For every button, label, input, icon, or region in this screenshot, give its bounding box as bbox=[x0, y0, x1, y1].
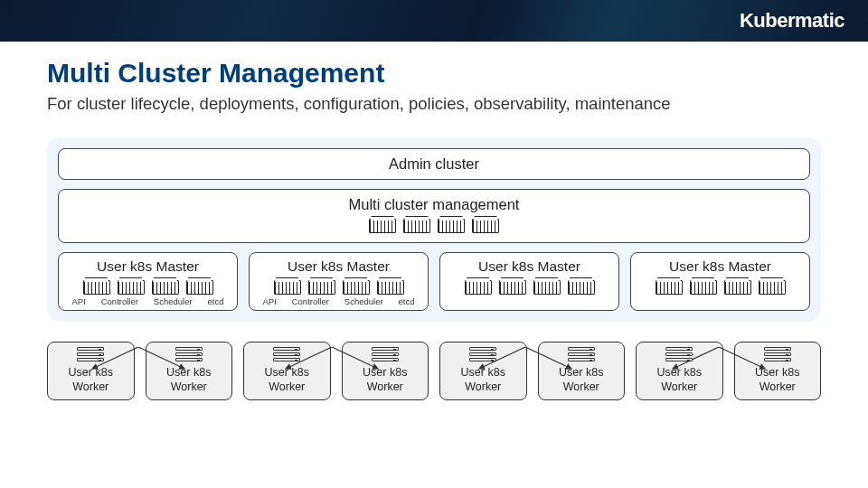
worker-label: User k8s bbox=[440, 366, 526, 380]
server-icon bbox=[665, 347, 693, 363]
container-icon bbox=[690, 280, 717, 295]
component-label: Controller bbox=[101, 296, 138, 306]
worker-label: Worker bbox=[440, 380, 526, 395]
container-icon bbox=[343, 280, 370, 295]
worker-box: User k8sWorker bbox=[439, 342, 527, 400]
slide-subtitle: For cluster lifecycle, deployments, conf… bbox=[47, 94, 821, 114]
worker-label: Worker bbox=[637, 380, 722, 395]
container-icon bbox=[403, 219, 430, 233]
worker-label: Worker bbox=[146, 380, 232, 395]
container-icon bbox=[274, 280, 301, 295]
worker-row: User k8sWorkerUser k8sWorkerUser k8sWork… bbox=[47, 342, 821, 400]
container-icon bbox=[499, 280, 526, 295]
container-icon bbox=[308, 280, 335, 295]
brand-logo: Kubermatic bbox=[740, 9, 844, 33]
component-label: Scheduler bbox=[344, 296, 383, 306]
master-containers bbox=[446, 280, 613, 295]
master-box: User k8s Master bbox=[630, 252, 810, 311]
server-icon bbox=[372, 347, 399, 363]
container-icon bbox=[377, 280, 404, 295]
worker-pair: User k8sWorkerUser k8sWorker bbox=[636, 342, 821, 400]
admin-panel: Admin cluster Multi cluster management U… bbox=[47, 137, 821, 322]
worker-box: User k8sWorker bbox=[342, 342, 429, 400]
master-title: User k8s Master bbox=[446, 258, 613, 275]
container-icon bbox=[186, 280, 213, 295]
master-title: User k8s Master bbox=[64, 258, 231, 275]
worker-label: User k8s bbox=[146, 366, 232, 380]
component-label: API bbox=[71, 296, 85, 306]
component-labels: APIControllerScheduleretcd bbox=[64, 296, 231, 306]
container-icon bbox=[465, 280, 492, 295]
worker-label: Worker bbox=[244, 380, 330, 395]
slide-title: Multi Cluster Management bbox=[47, 58, 821, 89]
container-icon bbox=[152, 280, 179, 295]
container-icon bbox=[438, 219, 465, 233]
worker-box: User k8sWorker bbox=[538, 342, 626, 400]
master-box: User k8s MasterAPIControllerScheduleretc… bbox=[58, 252, 238, 311]
header-bar: Kubermatic bbox=[0, 0, 868, 42]
multi-cluster-mgmt-label: Multi cluster management bbox=[68, 196, 800, 213]
master-title: User k8s Master bbox=[637, 258, 804, 275]
server-icon bbox=[568, 347, 595, 363]
master-containers bbox=[255, 280, 422, 295]
master-containers bbox=[64, 280, 231, 295]
diagram: Admin cluster Multi cluster management U… bbox=[47, 137, 821, 400]
slide-content: Multi Cluster Management For cluster lif… bbox=[0, 42, 868, 400]
worker-pair: User k8sWorkerUser k8sWorker bbox=[439, 342, 625, 400]
server-icon bbox=[469, 347, 496, 363]
worker-label: Worker bbox=[539, 380, 625, 395]
component-labels: APIControllerScheduleretcd bbox=[255, 296, 422, 306]
worker-box: User k8sWorker bbox=[47, 342, 135, 400]
container-icon bbox=[472, 219, 499, 233]
worker-label: User k8s bbox=[637, 366, 722, 380]
worker-label: Worker bbox=[48, 380, 134, 395]
worker-box: User k8sWorker bbox=[146, 342, 233, 400]
worker-label: User k8s bbox=[48, 366, 134, 380]
admin-cluster-box: Admin cluster bbox=[58, 148, 810, 180]
component-label: API bbox=[262, 296, 276, 306]
component-label: Scheduler bbox=[154, 296, 193, 306]
master-title: User k8s Master bbox=[255, 258, 422, 275]
worker-box: User k8sWorker bbox=[243, 342, 331, 400]
master-box: User k8s MasterAPIControllerScheduleretc… bbox=[249, 252, 429, 311]
worker-box: User k8sWorker bbox=[734, 342, 822, 400]
worker-label: User k8s bbox=[343, 366, 429, 380]
container-icon bbox=[369, 219, 396, 233]
container-icon bbox=[656, 280, 683, 295]
server-icon bbox=[77, 347, 104, 363]
mgmt-containers bbox=[68, 219, 800, 233]
worker-label: User k8s bbox=[735, 366, 821, 380]
multi-cluster-mgmt-box: Multi cluster management bbox=[58, 189, 810, 243]
master-containers bbox=[637, 280, 804, 295]
master-box: User k8s Master bbox=[439, 252, 619, 311]
worker-label: Worker bbox=[343, 380, 429, 395]
worker-label: User k8s bbox=[244, 366, 330, 380]
container-icon bbox=[759, 280, 786, 295]
container-icon bbox=[568, 280, 595, 295]
container-icon bbox=[118, 280, 145, 295]
master-row: User k8s MasterAPIControllerScheduleretc… bbox=[58, 252, 810, 311]
worker-pair: User k8sWorkerUser k8sWorker bbox=[47, 342, 232, 400]
worker-label: Worker bbox=[735, 380, 821, 395]
container-icon bbox=[724, 280, 751, 295]
worker-box: User k8sWorker bbox=[636, 342, 723, 400]
server-icon bbox=[175, 347, 203, 363]
component-label: etcd bbox=[208, 296, 224, 306]
worker-label: User k8s bbox=[539, 366, 625, 380]
container-icon bbox=[83, 280, 110, 295]
worker-pair: User k8sWorkerUser k8sWorker bbox=[243, 342, 429, 400]
server-icon bbox=[764, 347, 791, 363]
component-label: Controller bbox=[292, 296, 329, 306]
component-label: etcd bbox=[399, 296, 415, 306]
server-icon bbox=[273, 347, 300, 363]
container-icon bbox=[533, 280, 561, 295]
